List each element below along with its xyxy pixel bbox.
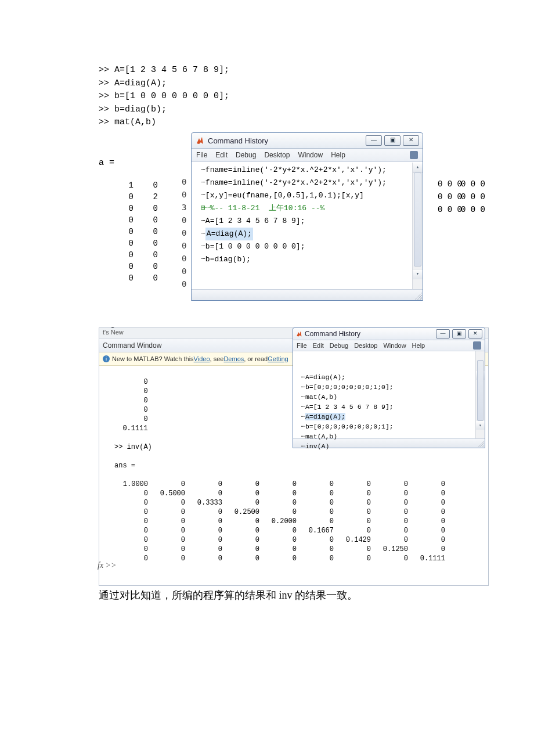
resize-grip-icon[interactable] [477, 440, 484, 447]
screenshot-2: t's New Command Window i New to MATLAB? … [99, 327, 435, 571]
matrix-cell: 0 [263, 498, 300, 507]
history-item[interactable]: ┈A=diag(A); [201, 228, 420, 240]
matrix-cell: 0 [300, 554, 337, 563]
history-item[interactable]: ┈A=diag(A); [301, 372, 485, 382]
matrix-cell: 0 [337, 489, 374, 498]
info-link-getting[interactable]: Getting [268, 355, 288, 362]
scroll-up-button[interactable]: ▴ [413, 163, 423, 173]
truncated-column: 0 0 3 0 0 0 0 0 0 [182, 175, 187, 296]
toolbar-dropdown-icon[interactable] [473, 341, 481, 350]
matrix-cell: 0 [374, 526, 412, 535]
history-item[interactable]: ┈fname=inline('-2*y+2*x.^2+2*x','x'.'y')… [201, 164, 420, 177]
matrix-cell: 0 [117, 226, 140, 237]
window-title: Command History [305, 330, 434, 338]
history-item[interactable]: ┈b=[0;0;0;0;0;0;0;0;1]; [301, 422, 485, 431]
matrix-cell: 0 [226, 498, 263, 507]
result-matrix-left: 100200000000000000 [116, 179, 166, 285]
window-maximize-button[interactable]: ▣ [452, 329, 466, 339]
titlebar[interactable]: Command History — ▣ ✕ [293, 328, 485, 340]
window-close-button[interactable]: ✕ [403, 135, 419, 146]
matlab-logo-icon [195, 136, 204, 145]
matrix-cell: 0.1111 [412, 554, 449, 563]
info-text-1: New to MATLAB? Watch this [112, 355, 194, 362]
matrix-cell: 0 [263, 507, 300, 517]
menu-desktop[interactable]: Desktop [264, 151, 290, 159]
matrix-cell: 0 [189, 507, 226, 517]
menu-edit[interactable]: Edit [313, 342, 324, 349]
history-item[interactable]: ┈b=[0;0;0;0;0;0;0;1;0]; [301, 382, 485, 392]
history-item[interactable]: ┈b=diag(b); [201, 253, 420, 266]
menu-file[interactable]: File [196, 151, 207, 159]
result-right-col-2: 0 0 0 0 0 0 0 0 0 [455, 178, 485, 216]
matrix-cell: 0 [151, 480, 189, 489]
matrix-cell: 0 [300, 480, 337, 489]
matrix-cell: 0 [226, 526, 263, 535]
titlebar[interactable]: Command History — ▣ ✕ [192, 133, 423, 149]
info-link-video[interactable]: Video [194, 355, 210, 362]
history-item[interactable]: ┈A=diag(A); [301, 412, 485, 422]
menu-window[interactable]: Window [383, 342, 406, 349]
matrix-cell: 0 [142, 180, 165, 190]
menu-file[interactable]: File [297, 342, 307, 349]
matrix-cell: 0 [114, 507, 151, 517]
matrix-cell: 0 [142, 261, 165, 272]
matrix-cell: 0 [117, 273, 140, 283]
window-close-button[interactable]: ✕ [468, 329, 482, 339]
matrix-cell: 0.1250 [374, 545, 412, 554]
info-text-3: , or read [244, 355, 268, 362]
history-tree[interactable]: ┈A=diag(A);┈b=[0;0;0;0;0;0;0;1;0];┈mat(A… [293, 351, 485, 438]
matrix-cell: 0 [189, 545, 226, 554]
matrix-cell: 0 [189, 489, 226, 498]
matrix-cell: 0 [263, 535, 300, 545]
history-item[interactable]: ┈inv(A) [301, 441, 485, 451]
matrix-cell: 0.2000 [263, 517, 300, 526]
matrix-cell: 0 [412, 498, 449, 507]
menu-debug[interactable]: Debug [330, 342, 348, 349]
matrix-cell: 0 [337, 526, 374, 535]
matrix-cell: 0 [300, 498, 337, 507]
matrix-cell: 0 [189, 517, 226, 526]
menubar: File Edit Debug Desktop Window Help [192, 149, 423, 162]
toolbar-dropdown-icon[interactable] [410, 151, 418, 159]
menu-desktop[interactable]: Desktop [354, 342, 377, 349]
menu-edit[interactable]: Edit [215, 151, 228, 159]
info-link-demos[interactable]: Demos [223, 355, 244, 362]
history-item[interactable]: ┈mat(A,b) [301, 392, 485, 402]
history-item[interactable]: ┈[x,y]=eu(fname,[0,0.5],1,0.1);[x,y] [201, 189, 420, 202]
menu-window[interactable]: Window [298, 151, 323, 159]
matrix-cell: 0 [337, 517, 374, 526]
menu-help[interactable]: Help [331, 151, 345, 159]
matrix-cell: 0 [300, 535, 337, 545]
matrix-cell: 0 [263, 545, 300, 554]
history-item[interactable]: ┈A=[1 2 3 4 5 6 7 8 9]; [201, 215, 420, 228]
ans-matrix: 1.00000000000000.50000000000000.33330000… [114, 480, 449, 563]
vertical-scrollbar[interactable]: ▴ ▾ [475, 351, 485, 438]
fx-prompt: fx >> [98, 561, 117, 570]
scroll-thumb[interactable] [414, 172, 421, 267]
matrix-cell: 0 [374, 507, 412, 517]
info-icon: i [103, 355, 110, 362]
vertical-scrollbar[interactable]: ▴ ▾ [412, 163, 423, 289]
menu-help[interactable]: Help [412, 342, 425, 349]
history-item[interactable]: ┈mat(A,b) [301, 431, 485, 441]
window-maximize-button[interactable]: ▣ [384, 135, 400, 146]
history-item[interactable]: ┈b=[1 0 0 0 0 0 0 0 0]; [201, 240, 420, 253]
scroll-down-button[interactable]: ▾ [413, 269, 423, 279]
matrix-cell: 0 [114, 545, 151, 554]
matrix-cell: 0 [337, 545, 374, 554]
history-item[interactable]: ┈fname=inline('-2*y+2*x.^2+2*x','x','y')… [201, 177, 420, 189]
history-item[interactable]: ⊟┈%-- 11-8-21 上午10:16 --% [201, 202, 420, 215]
matrix-cell: 0 [117, 215, 140, 225]
matrix-cell: 0 [412, 545, 449, 554]
menu-debug[interactable]: Debug [236, 151, 256, 159]
matrix-cell: 0 [374, 535, 412, 545]
scroll-thumb[interactable] [477, 360, 484, 421]
history-tree[interactable]: ┈fname=inline('-2*y+2*x.^2+2*x','x'.'y')… [192, 162, 423, 289]
window-minimize-button[interactable]: — [436, 329, 450, 339]
window-minimize-button[interactable]: — [366, 135, 382, 146]
history-item[interactable]: ┈A=[1 2 3 4 5 6 7 8 9]; [301, 402, 485, 412]
resize-grip-icon[interactable] [414, 291, 422, 300]
matrix-cell: 0 [151, 554, 189, 563]
scroll-down-button[interactable]: ▾ [476, 421, 485, 430]
matrix-cell: 0 [412, 535, 449, 545]
